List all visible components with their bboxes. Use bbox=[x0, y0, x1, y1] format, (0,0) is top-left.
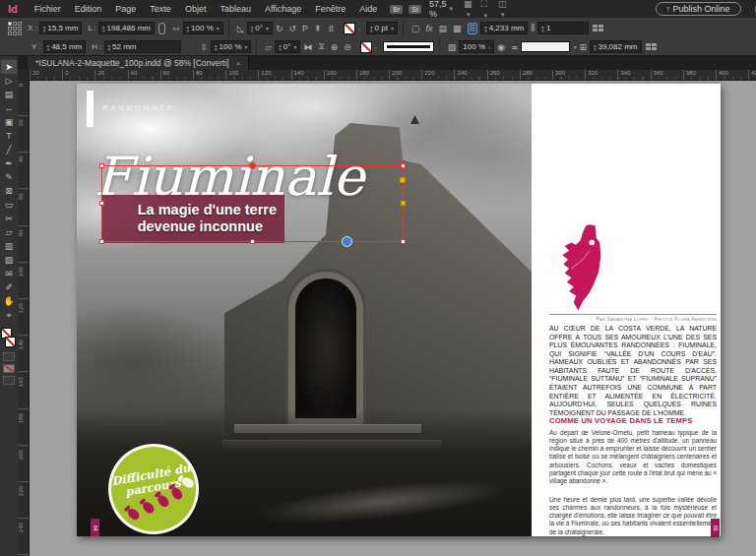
gradient-tool-icon[interactable]: ▥ bbox=[1, 239, 17, 253]
select-content-icon[interactable]: P bbox=[302, 24, 308, 33]
corner-options-icon[interactable]: ▢ bbox=[411, 24, 420, 33]
chapel-photo[interactable]: RANDONNÉE Fiuminale La magie d'une terre… bbox=[77, 84, 532, 536]
apply-none-button[interactable] bbox=[3, 364, 15, 373]
arrange-documents-icon[interactable]: ◫ ▾ bbox=[498, 0, 508, 19]
ruler-origin-box[interactable] bbox=[18, 70, 30, 81]
menu-item[interactable]: Tableau bbox=[213, 4, 258, 14]
column-width-field[interactable]: ▴▾39,082 mm bbox=[590, 40, 642, 53]
live-corner-widget[interactable] bbox=[400, 177, 406, 183]
zoom-level-dropdown[interactable]: 57,5 % bbox=[429, 0, 447, 19]
x-position-field[interactable]: ▴▾15,5 mm bbox=[39, 22, 83, 34]
pasteboard[interactable]: RANDONNÉE Fiuminale La magie d'une terre… bbox=[30, 81, 756, 556]
content-collector-tool-icon[interactable]: ▣ bbox=[1, 115, 17, 129]
handle-top-left[interactable] bbox=[99, 163, 104, 168]
gradient-swatch[interactable] bbox=[521, 41, 570, 52]
stroke-flyout-icon[interactable]: › bbox=[375, 44, 377, 50]
rectangle-tool-icon[interactable]: ▭ bbox=[1, 198, 17, 212]
bridge-button[interactable]: Br bbox=[390, 5, 403, 14]
selection-frame[interactable] bbox=[101, 165, 404, 242]
handle-bottom-center[interactable] bbox=[250, 239, 255, 244]
screen-mode-button[interactable] bbox=[3, 376, 15, 385]
effects-icon[interactable]: fx bbox=[425, 24, 432, 33]
gradient-flyout-icon[interactable]: ▾ bbox=[573, 43, 576, 50]
paragraph-style-grid-icon[interactable] bbox=[646, 43, 657, 50]
document-tab[interactable]: *ISULANA-2-Maquette_100p.indd @ 58% [Con… bbox=[28, 56, 249, 70]
menu-item[interactable]: Fenêtre bbox=[308, 4, 352, 14]
vertical-ruler[interactable]: 020406080100120140160180200220240260280 bbox=[18, 81, 30, 556]
y-position-field[interactable]: ▴▾48,5 mm bbox=[43, 40, 87, 53]
drop-shadow-icon[interactable]: ≖ bbox=[511, 42, 519, 52]
view-options-icon[interactable]: ▦ ▾ bbox=[464, 0, 473, 19]
shear-angle-field[interactable]: ▴▾0°▾ bbox=[275, 40, 300, 53]
handle-top-right[interactable] bbox=[401, 163, 406, 168]
publish-online-button[interactable]: ↑ Publish Online bbox=[656, 2, 741, 16]
body-paragraph-1[interactable]: Au départ de Velone-Ornetu, petit hameau… bbox=[549, 429, 717, 485]
article-text-page[interactable]: Par Samantha Lopez - Photos Flora Ambros… bbox=[532, 84, 721, 536]
gradient-feather-tool-icon[interactable]: ▨ bbox=[1, 253, 17, 267]
rotate-cw-icon[interactable]: ↻ bbox=[276, 24, 284, 33]
menu-item[interactable]: Page bbox=[108, 4, 143, 14]
wrap-selected-icon[interactable]: ⠿ bbox=[468, 23, 478, 34]
handle-middle-right[interactable] bbox=[401, 201, 406, 206]
fill-swatch-none[interactable] bbox=[344, 23, 355, 34]
height-field[interactable]: ▴▾52 mm bbox=[104, 40, 181, 53]
pen-tool-icon[interactable]: ✒ bbox=[1, 156, 17, 170]
style-grid-icon[interactable] bbox=[593, 25, 603, 31]
stroke-color-swatch[interactable] bbox=[5, 337, 16, 347]
zoom-tool-icon[interactable]: ⌖ bbox=[1, 308, 17, 322]
pencil-tool-icon[interactable]: ✎ bbox=[1, 170, 17, 184]
flip-vertical-icon[interactable]: ⧖ bbox=[318, 41, 324, 52]
hand-tool-icon[interactable]: ✋ bbox=[1, 294, 17, 308]
stock-button[interactable]: St bbox=[409, 5, 421, 14]
close-tab-icon[interactable]: × bbox=[236, 59, 241, 68]
direct-selection-tool-icon[interactable]: ▷ bbox=[1, 74, 17, 88]
screen-mode-icon[interactable]: ⛶ ▾ bbox=[481, 0, 491, 20]
reference-point-proxy[interactable] bbox=[8, 22, 22, 35]
section-heading[interactable]: COMME UN VOYAGE DANS LE TEMPS bbox=[549, 416, 717, 425]
stroke-weight-field[interactable]: ▴▾0 pt▾ bbox=[366, 22, 398, 34]
object-effects-icon[interactable]: ◉ bbox=[497, 42, 505, 52]
columns-field[interactable]: ▴▾1 bbox=[537, 22, 589, 34]
constrain-proportions-icon[interactable] bbox=[158, 23, 165, 34]
fill-stroke-swatches[interactable] bbox=[1, 328, 17, 349]
handle-middle-left[interactable] bbox=[99, 201, 104, 206]
body-paragraph-2[interactable]: Une heure et demie plus tard, une superb… bbox=[549, 496, 717, 536]
wrap-around-icon[interactable]: ▦ bbox=[453, 24, 462, 33]
wrap-none-icon[interactable]: ▤ bbox=[439, 24, 448, 33]
menu-item[interactable]: Texte bbox=[143, 4, 178, 14]
menu-item[interactable]: Fichier bbox=[28, 4, 68, 14]
width-field[interactable]: ▴▾198,486 mm bbox=[98, 22, 155, 34]
gap-tool-icon[interactable]: ↔ bbox=[1, 101, 17, 115]
menu-item[interactable]: Affichage bbox=[258, 4, 308, 14]
align-icon[interactable]: ⇞ bbox=[314, 24, 322, 33]
rotation-angle-field[interactable]: ▴▾0°▾ bbox=[247, 22, 273, 34]
flip-horizontal-icon[interactable]: ⧓ bbox=[303, 42, 312, 52]
handle-bottom-right[interactable] bbox=[401, 239, 406, 244]
selection-tool-icon[interactable]: ➤ bbox=[1, 60, 17, 74]
intro-paragraph[interactable]: AU CŒUR DE LA COSTA VERDE, LA NATURE OFF… bbox=[549, 325, 717, 417]
rotate-ccw-icon[interactable]: ↺ bbox=[288, 24, 296, 33]
horizontal-ruler[interactable]: 2002040608010012014016018020022024026028… bbox=[18, 70, 756, 81]
menu-item[interactable]: Aide bbox=[352, 4, 384, 14]
frame-tool-icon[interactable]: ⊠ bbox=[1, 184, 17, 198]
anchor-marker-icon[interactable] bbox=[342, 236, 352, 247]
formatting-container-button[interactable] bbox=[3, 352, 15, 361]
wrap-offset-field[interactable]: ▴▾4,233 mm bbox=[480, 22, 528, 34]
page-tool-icon[interactable]: ▤ bbox=[1, 88, 17, 101]
type-tool-icon[interactable]: T bbox=[1, 129, 17, 143]
stroke-style-dropdown[interactable] bbox=[383, 41, 434, 52]
menu-item[interactable]: Objet bbox=[178, 4, 214, 14]
note-tool-icon[interactable]: ✉ bbox=[1, 267, 17, 280]
handle-bottom-left[interactable] bbox=[99, 239, 104, 244]
menu-item[interactable]: Edition bbox=[68, 4, 109, 14]
free-transform-tool-icon[interactable]: ▱ bbox=[1, 225, 17, 239]
stroke-swatch-none[interactable] bbox=[360, 41, 372, 53]
distribute-center-icon[interactable]: ⊜ bbox=[344, 42, 351, 52]
align-center-icon[interactable]: ⊕ bbox=[331, 42, 339, 52]
scale-y-field[interactable]: ▴▾100 %▾ bbox=[211, 40, 251, 53]
opacity-field[interactable]: 100 %› bbox=[459, 40, 494, 53]
eyedropper-tool-icon[interactable]: ✐ bbox=[1, 280, 17, 294]
scale-x-field[interactable]: ▴▾100 %▾ bbox=[183, 22, 223, 34]
scissors-tool-icon[interactable]: ✂ bbox=[1, 212, 17, 225]
fill-flyout-icon[interactable]: › bbox=[358, 26, 360, 31]
